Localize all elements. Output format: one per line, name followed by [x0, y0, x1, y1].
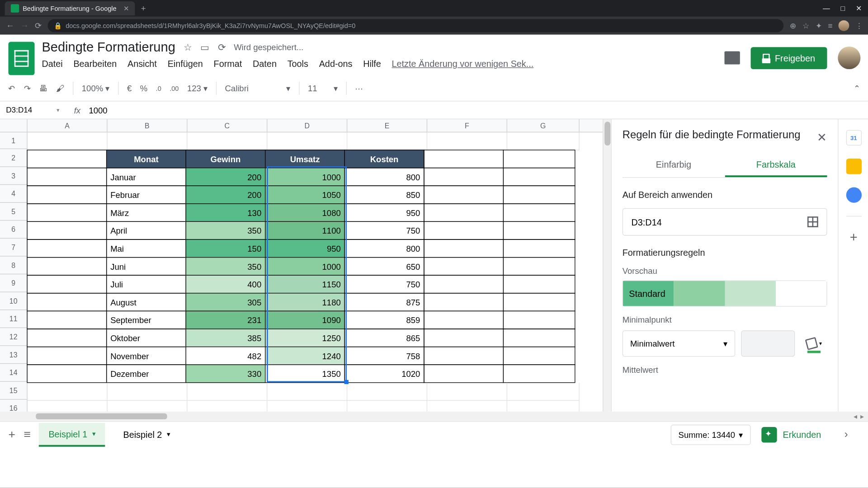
cell[interactable]: 130 [186, 203, 266, 222]
print-button[interactable]: 🖶 [39, 83, 47, 93]
number-format-select[interactable]: 123▾ [187, 83, 208, 93]
reload-button[interactable]: ⟳ [35, 21, 42, 30]
cell[interactable] [503, 150, 576, 168]
cell[interactable]: 350 [186, 221, 266, 240]
cell[interactable] [187, 401, 267, 412]
cell[interactable] [503, 239, 576, 258]
row-header[interactable]: 10 [0, 292, 28, 310]
cell[interactable]: 305 [186, 293, 266, 311]
comments-icon[interactable] [725, 52, 740, 65]
row-header[interactable]: 6 [0, 221, 28, 239]
cell[interactable]: 330 [186, 365, 266, 383]
undo-button[interactable]: ↶ [8, 83, 15, 93]
cell[interactable]: Umsatz [265, 150, 345, 168]
preview-bar[interactable]: Standard [623, 281, 827, 307]
cell[interactable]: Juli [106, 275, 186, 294]
cell[interactable] [108, 383, 188, 401]
close-tab-icon[interactable]: ✕ [123, 5, 129, 12]
cell[interactable] [503, 221, 576, 240]
cell[interactable] [427, 383, 507, 401]
cell[interactable]: 1150 [265, 275, 345, 294]
profile-avatar-small[interactable] [839, 20, 849, 31]
paint-format-button[interactable]: 🖌 [56, 83, 64, 93]
cell[interactable] [424, 328, 504, 347]
cell[interactable]: 800 [344, 168, 425, 186]
row-header[interactable]: 2 [0, 149, 28, 167]
quicksum-dropdown[interactable]: Summe: 13440▾ [670, 424, 750, 445]
cell[interactable]: Mai [106, 239, 186, 258]
cell[interactable] [424, 257, 504, 276]
row-header[interactable]: 1 [0, 132, 28, 149]
cell[interactable] [27, 150, 107, 168]
cell[interactable] [424, 347, 504, 365]
cell[interactable] [108, 132, 188, 150]
percent-button[interactable]: % [140, 83, 147, 93]
tab-color-scale[interactable]: Farbskala [725, 153, 827, 177]
menu-addons[interactable]: Add-ons [319, 58, 353, 68]
cell[interactable]: 1180 [265, 293, 345, 311]
cell[interactable] [27, 221, 107, 240]
vertical-scrollbar[interactable] [603, 119, 611, 412]
horizontal-scrollbar[interactable]: ◂▸ [0, 412, 868, 421]
cell[interactable]: 1240 [265, 347, 345, 365]
cell[interactable]: 385 [186, 328, 266, 347]
select-all-corner[interactable] [0, 119, 28, 132]
zoom-icon[interactable]: ⊕ [790, 21, 797, 30]
maximize-icon[interactable]: □ [841, 4, 845, 12]
cell[interactable]: März [106, 203, 186, 222]
cell[interactable]: 1350 [265, 365, 345, 383]
cell[interactable]: Oktober [106, 328, 186, 347]
cell[interactable] [424, 168, 504, 186]
cell[interactable]: 950 [344, 203, 425, 222]
cell[interactable] [27, 311, 107, 329]
cell[interactable]: 859 [344, 311, 425, 329]
cell[interactable] [503, 311, 576, 329]
cell[interactable]: 758 [344, 347, 425, 365]
cell[interactable] [27, 168, 107, 186]
cell[interactable]: 750 [344, 221, 425, 240]
cell[interactable] [267, 401, 347, 412]
cell[interactable]: Juni [106, 257, 186, 276]
cell[interactable] [27, 275, 107, 294]
row-header[interactable]: 3 [0, 167, 28, 185]
add-sheet-button[interactable]: + [8, 427, 15, 441]
move-icon[interactable]: ▭ [200, 42, 209, 53]
cell[interactable] [503, 186, 576, 204]
cell[interactable]: 1000 [265, 257, 345, 276]
cell[interactable] [347, 383, 427, 401]
cell[interactable] [27, 203, 107, 222]
cell[interactable]: Kosten [344, 150, 425, 168]
cell[interactable] [503, 328, 576, 347]
tab-single-color[interactable]: Einfarbig [623, 153, 725, 177]
cell[interactable] [507, 383, 580, 401]
increase-decimal-button[interactable]: .00 [170, 84, 179, 92]
menu-file[interactable]: Datei [42, 58, 62, 68]
minpoint-color-button[interactable]: ▾ [801, 331, 827, 357]
formula-input[interactable]: 1000 [89, 105, 108, 115]
cell[interactable]: 800 [344, 239, 425, 258]
cell[interactable]: 1020 [344, 365, 425, 383]
currency-button[interactable]: € [127, 83, 132, 93]
column-header[interactable]: D [267, 119, 347, 132]
more-tools-button[interactable]: ⋯ [355, 83, 363, 93]
menu-view[interactable]: Ansicht [127, 58, 157, 68]
new-tab-button[interactable]: + [141, 4, 146, 13]
spreadsheet-grid[interactable]: A B C D E F G 12345678910111213141516 Mo… [0, 119, 603, 412]
cell[interactable]: Dezember [106, 365, 186, 383]
cell[interactable] [347, 401, 427, 412]
cell[interactable]: 1050 [265, 186, 345, 204]
range-input[interactable]: D3:D14 [623, 208, 827, 236]
reading-list-icon[interactable]: ≡ [828, 21, 832, 30]
cell[interactable] [503, 275, 576, 294]
last-edit-link[interactable]: Letzte Änderung vor wenigen Sek... [392, 58, 534, 68]
cell[interactable] [27, 328, 107, 347]
cell[interactable] [507, 401, 580, 412]
cell[interactable]: 350 [186, 257, 266, 276]
all-sheets-button[interactable]: ≡ [24, 427, 30, 441]
cell[interactable] [503, 365, 576, 383]
cell[interactable] [424, 203, 504, 222]
cell[interactable] [27, 365, 107, 383]
cell[interactable] [267, 383, 347, 401]
document-title[interactable]: Bedingte Formatierung [42, 39, 175, 55]
cell[interactable] [424, 150, 504, 168]
